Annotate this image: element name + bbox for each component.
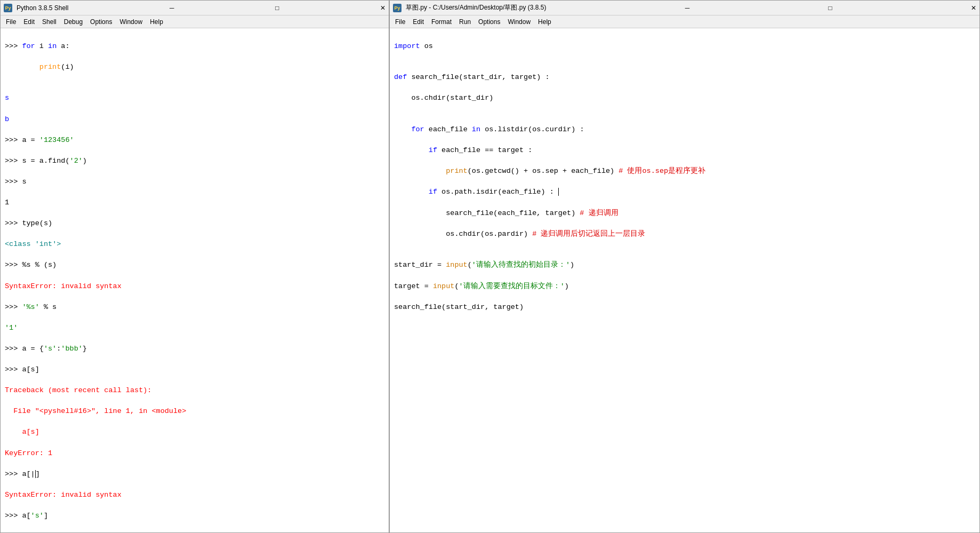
editor-line-11: os.chdir(os.pardir) # 递归调用后切记返回上一层目录: [394, 229, 975, 240]
editor-menu-window[interactable]: Window: [504, 18, 534, 26]
shell-minimize-button[interactable]: ─: [170, 4, 174, 12]
editor-title-bar: Py 草图.py - C:/Users/Admin/Desktop/草图.py …: [390, 1, 979, 15]
editor-line-13: start_dir = input('请输入待查找的初始目录：'): [394, 260, 975, 271]
shell-menu-bar: File Edit Shell Debug Options Window Hel…: [1, 15, 389, 28]
shell-line-20: a[s]: [5, 427, 384, 437]
editor-close-button[interactable]: ✕: [971, 4, 976, 12]
shell-line-15: '1': [5, 323, 384, 333]
shell-window: Py Python 3.8.5 Shell ─ □ ✕ File Edit Sh…: [0, 0, 389, 533]
shell-line-24: >>> a['s']: [5, 511, 384, 521]
shell-line-14: >>> '%s' % s: [5, 302, 384, 313]
shell-line-10: >>> type(s): [5, 218, 384, 229]
shell-line-2: print(i): [5, 62, 384, 73]
editor-code-area[interactable]: import os def search_file(start_dir, tar…: [390, 28, 979, 532]
editor-menu-help[interactable]: Help: [535, 18, 555, 26]
shell-menu-edit[interactable]: Edit: [20, 18, 38, 26]
shell-menu-window[interactable]: Window: [116, 18, 146, 26]
editor-python-icon: Py: [393, 4, 401, 12]
shell-line-8: >>> s: [5, 177, 384, 187]
editor-line-8: print(os.getcwd() + os.sep + each_file) …: [394, 166, 975, 177]
editor-line-3: def search_file(start_dir, target) :: [394, 72, 975, 83]
shell-menu-help[interactable]: Help: [147, 18, 166, 26]
shell-line-19: File "<pyshell#16>", line 1, in <module>: [5, 406, 384, 417]
python-icon: Py: [4, 4, 12, 12]
shell-line-7: >>> s = a.find('2'): [5, 156, 384, 166]
editor-title-text: 草图.py - C:/Users/Admin/Desktop/草图.py (3.…: [406, 3, 546, 12]
shell-close-button[interactable]: ✕: [380, 4, 385, 12]
shell-line-1: >>> for i in a:: [5, 41, 384, 52]
shell-line-23: SyntaxError: invalid syntax: [5, 490, 384, 500]
shell-menu-options[interactable]: Options: [87, 18, 115, 26]
editor-menu-options[interactable]: Options: [475, 18, 503, 26]
shell-line-21: KeyError: 1: [5, 448, 384, 459]
editor-line-15: search_file(start_dir, target): [394, 302, 975, 313]
editor-line-7: if each_file == target :: [394, 145, 975, 156]
editor-minimize-button[interactable]: ─: [685, 4, 690, 12]
editor-line-14: target = input('请输入需要查找的目标文件：'): [394, 281, 975, 292]
shell-line-16: >>> a = {'s':'bbb'}: [5, 344, 384, 354]
shell-menu-debug[interactable]: Debug: [61, 18, 86, 26]
editor-maximize-button[interactable]: □: [828, 4, 832, 12]
editor-menu-edit[interactable]: Edit: [409, 18, 427, 26]
shell-line-9: 1: [5, 197, 384, 208]
shell-line-17: >>> a[s]: [5, 364, 384, 375]
editor-window: Py 草图.py - C:/Users/Admin/Desktop/草图.py …: [389, 0, 980, 533]
shell-title-text: Python 3.8.5 Shell: [17, 4, 68, 12]
shell-line-5: b: [5, 114, 384, 125]
editor-line-4: os.chdir(start_dir): [394, 93, 975, 104]
editor-line-1: import os: [394, 41, 975, 52]
shell-line-25: 'bbb': [5, 531, 384, 532]
editor-line-9: if os.path.isdir(each_file) :: [394, 187, 975, 197]
shell-title-bar: Py Python 3.8.5 Shell ─ □ ✕: [1, 1, 389, 15]
shell-line-22: >>> a[|]: [5, 469, 384, 480]
shell-menu-shell[interactable]: Shell: [39, 18, 60, 26]
shell-maximize-button[interactable]: □: [275, 4, 279, 12]
editor-line-10: search_file(each_file, target) # 递归调用: [394, 208, 975, 219]
editor-line-6: for each_file in os.listdir(os.curdir) :: [394, 124, 975, 135]
shell-line-12: >>> %s % (s): [5, 260, 384, 271]
shell-line-13: SyntaxError: invalid syntax: [5, 281, 384, 292]
shell-line-11: <class 'int'>: [5, 239, 384, 250]
shell-line-4: s: [5, 93, 384, 104]
editor-menu-format[interactable]: Format: [428, 18, 455, 26]
editor-menu-run[interactable]: Run: [456, 18, 474, 26]
shell-line-18: Traceback (most recent call last):: [5, 385, 384, 396]
editor-menu-file[interactable]: File: [392, 18, 408, 26]
shell-code-area[interactable]: >>> for i in a: print(i) s b >>> a = '12…: [1, 28, 389, 532]
shell-menu-file[interactable]: File: [3, 18, 19, 26]
shell-line-6: >>> a = '123456': [5, 135, 384, 146]
editor-menu-bar: File Edit Format Run Options Window Help: [390, 15, 979, 28]
